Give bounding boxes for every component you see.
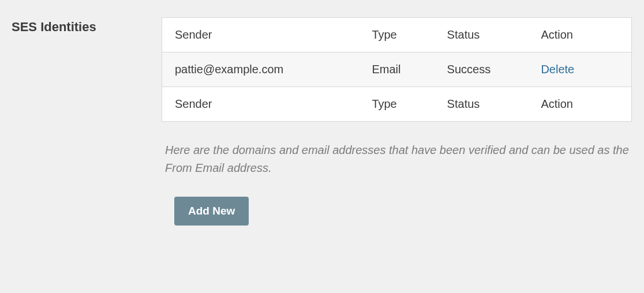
footer-type: Type — [359, 87, 434, 122]
section-title: SES Identities — [12, 17, 127, 35]
footer-sender: Sender — [162, 87, 360, 122]
section-content-col: Sender Type Status Action pattie@example… — [162, 17, 632, 226]
table-header-row: Sender Type Status Action — [162, 18, 632, 52]
ses-identities-section: SES Identities Sender Type Status Action… — [12, 17, 632, 226]
cell-type: Email — [359, 52, 434, 87]
header-type: Type — [359, 18, 434, 52]
identities-table: Sender Type Status Action pattie@example… — [162, 17, 632, 122]
footer-action: Action — [528, 87, 631, 122]
table-row: pattie@example.com Email Success Delete — [162, 52, 632, 87]
cell-status: Success — [435, 52, 529, 87]
table-footer-row: Sender Type Status Action — [162, 87, 632, 122]
cell-action: Delete — [528, 52, 631, 87]
help-text: Here are the domains and email addresses… — [162, 141, 632, 177]
section-label-col: SES Identities — [12, 17, 127, 35]
header-action: Action — [528, 18, 631, 52]
cell-sender: pattie@example.com — [162, 52, 360, 87]
delete-link[interactable]: Delete — [541, 63, 574, 76]
footer-status: Status — [435, 87, 529, 122]
header-status: Status — [435, 18, 529, 52]
add-new-button[interactable]: Add New — [174, 197, 249, 226]
header-sender: Sender — [162, 18, 360, 52]
